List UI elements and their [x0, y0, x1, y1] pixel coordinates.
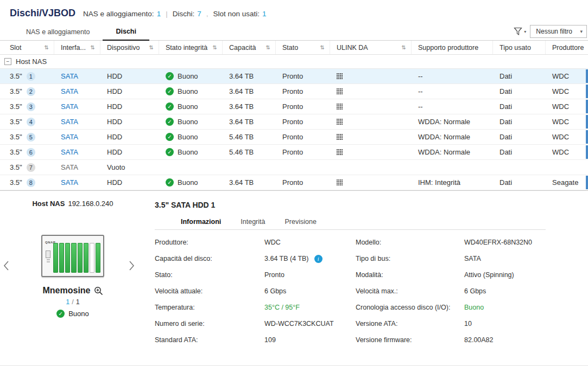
field-value: WD-WCC7K3CKCUAT	[264, 320, 356, 328]
ulink-cell	[330, 114, 412, 129]
detail-tab[interactable]: Informazioni	[181, 218, 221, 226]
status-value: Pronto	[282, 87, 303, 95]
interface-cell: SATA	[54, 160, 100, 175]
column-header-label: Dispositivo	[107, 44, 140, 52]
interface-link[interactable]: SATA	[61, 148, 78, 156]
column-header-label: Tipo usato	[500, 44, 531, 52]
disk-detail-panel: 3.5" SATA HDD 1 InformazioniIntegritàPre…	[146, 191, 588, 362]
stat-separator: |	[166, 10, 168, 18]
slot-size-label: 3.5"	[10, 87, 22, 95]
sort-icon[interactable]	[213, 44, 217, 50]
table-row[interactable]: 3.5"7SATAVuoto	[0, 160, 588, 175]
capacity-value: 3.64 TB	[229, 87, 254, 95]
sort-icon[interactable]	[402, 44, 406, 50]
column-header[interactable]: Produttore	[546, 41, 588, 54]
nas-bays	[53, 243, 100, 273]
sort-icon[interactable]	[91, 44, 95, 50]
column-header[interactable]: Stato	[276, 41, 330, 54]
info-icon[interactable]	[314, 255, 323, 263]
interface-link[interactable]: SATA	[61, 133, 78, 141]
next-enclosure-button[interactable]	[129, 260, 135, 273]
device-type-label: HDD	[107, 133, 122, 141]
slot-number-badge: 3	[27, 102, 35, 111]
device-cell: Vuoto	[100, 160, 159, 175]
column-header[interactable]: Tipo usato	[493, 41, 546, 54]
slot-cell: 3.5"3	[0, 99, 54, 114]
table-row[interactable]: 3.5"6SATAHDDBuono5.46 TBProntoWDDA: Norm…	[0, 145, 588, 160]
usage-type-cell: Dati	[493, 69, 546, 84]
health-ok-icon	[166, 148, 174, 156]
sort-icon[interactable]	[266, 44, 270, 50]
table-row[interactable]: 3.5"4SATAHDDBuono3.64 TBProntoWDDA: Norm…	[0, 114, 588, 130]
status-value: Pronto	[282, 133, 303, 141]
column-header[interactable]: Interfa...	[54, 41, 100, 54]
usage-type-cell: Dati	[493, 145, 546, 159]
enclosure-name: Mnemosine	[42, 286, 90, 296]
zoom-icon[interactable]	[94, 286, 103, 296]
status-value: Pronto	[282, 148, 303, 156]
tab-dischi[interactable]: Dischi	[103, 24, 149, 41]
sort-icon[interactable]	[149, 44, 154, 50]
column-header[interactable]: ULINK DA	[330, 41, 412, 54]
filter-button[interactable]: ▾	[514, 27, 526, 36]
detail-tab[interactable]: Integrità	[241, 218, 265, 226]
table-row[interactable]: 3.5"5SATAHDDBuono5.46 TBProntoWDDA: Norm…	[0, 130, 588, 145]
table-row[interactable]: 3.5"2SATAHDDBuono3.64 TBPronto--DatiWDC	[0, 84, 588, 99]
slot-size-label: 3.5"	[10, 148, 22, 156]
ulink-cell	[330, 69, 412, 84]
field-value-text: 109	[264, 336, 276, 344]
interface-cell: SATA	[54, 99, 100, 114]
detail-tab[interactable]: Previsione	[284, 218, 316, 226]
sort-icon[interactable]	[320, 44, 325, 50]
column-header[interactable]: Slot	[0, 41, 54, 54]
column-header[interactable]: Supporto produttore	[412, 41, 493, 54]
column-header[interactable]: Stato integrità	[159, 41, 223, 54]
table-row[interactable]: 3.5"3SATAHDDBuono3.64 TBPronto--DatiWDC	[0, 99, 588, 114]
health-ok-icon	[166, 133, 174, 141]
filter-dropdown[interactable]: Nessun filtro ▾	[530, 25, 587, 38]
device-cell: HDD	[100, 69, 159, 84]
interface-link[interactable]: SATA	[61, 178, 78, 187]
capacity-cell: 5.46 TB	[223, 145, 276, 159]
field-value: Pronto	[264, 271, 356, 279]
health-cell: Buono	[159, 145, 223, 159]
status-cell: Pronto	[276, 114, 330, 129]
interface-cell: SATA	[54, 145, 100, 159]
vendor-support-value: --	[418, 87, 423, 95]
table-row[interactable]: 3.5"8SATAHDDBuono3.64 TBProntoIHM: Integ…	[0, 175, 588, 190]
filter-caret-icon: ▾	[524, 29, 526, 34]
status-value: Pronto	[282, 72, 303, 80]
nas-button	[47, 261, 50, 262]
column-header[interactable]: Dispositivo	[100, 41, 159, 54]
column-header[interactable]: Capacità	[223, 41, 276, 54]
free-slot-label: Slot non usati:	[213, 10, 260, 18]
field-label: Velocità max.:	[356, 287, 464, 295]
manufacturer-value: WDC	[552, 72, 569, 80]
manufacturer-cell: WDC	[546, 99, 588, 114]
interface-link[interactable]: SATA	[61, 87, 78, 95]
interface-link[interactable]: SATA	[61, 72, 78, 80]
usage-type-value: Dati	[500, 118, 512, 126]
interface-link[interactable]: SATA	[61, 102, 78, 111]
capacity-value: 3.64 TB	[229, 102, 254, 111]
field-value: WDC	[264, 239, 356, 246]
nas-enclosure-image[interactable]: QNAP	[41, 235, 104, 277]
interface-link[interactable]: SATA	[61, 118, 78, 126]
prev-enclosure-button[interactable]	[3, 260, 9, 273]
capacity-value: 5.46 TB	[229, 148, 254, 156]
field-label: Temperatura:	[155, 304, 264, 311]
table-row[interactable]: 3.5"1SATAHDDBuono3.64 TBPronto--DatiWDC	[0, 69, 588, 84]
slot-cell: 3.5"2	[0, 84, 54, 99]
nas-body	[42, 242, 103, 275]
column-header-label: Stato	[282, 44, 298, 52]
enclosure-panel: Host NAS192.168.0.240 QNAP	[0, 191, 146, 362]
bottom-panel: Host NAS192.168.0.240 QNAP	[0, 190, 588, 362]
page-header: Dischi/VJBOD NAS e alloggiamento: 1 | Di…	[0, 0, 588, 24]
sort-icon[interactable]	[45, 44, 49, 50]
chevron-left-icon	[3, 260, 9, 271]
field-value-text: 6 Gbps	[464, 287, 486, 295]
slot-cell: 3.5"1	[0, 69, 54, 84]
collapse-group-icon[interactable]	[4, 58, 11, 65]
field-label: Standard ATA:	[155, 336, 264, 344]
tab-nas-e-alloggiamento[interactable]: NAS e alloggiamento	[13, 24, 103, 40]
